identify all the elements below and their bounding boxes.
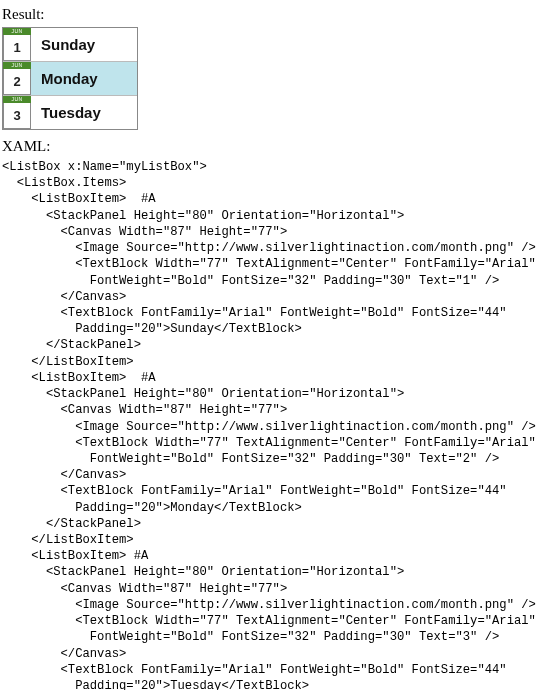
month-label: JUN: [3, 62, 31, 69]
month-label: JUN: [3, 28, 31, 35]
result-label: Result:: [2, 6, 549, 23]
day-name: Sunday: [31, 36, 95, 53]
calendar-icon: JUN1: [3, 28, 31, 61]
day-name: Monday: [31, 70, 98, 87]
listbox-item[interactable]: JUN2Monday: [3, 62, 137, 96]
calendar-listbox[interactable]: JUN1SundayJUN2MondayJUN3Tuesday: [2, 27, 138, 130]
xaml-label: XAML:: [2, 138, 549, 155]
day-name: Tuesday: [31, 104, 101, 121]
day-number: 2: [3, 69, 31, 95]
calendar-icon: JUN3: [3, 96, 31, 129]
listbox-item[interactable]: JUN1Sunday: [3, 28, 137, 62]
xaml-code-block: <ListBox x:Name="myListBox"> <ListBox.It…: [2, 159, 549, 690]
month-label: JUN: [3, 96, 31, 103]
listbox-item[interactable]: JUN3Tuesday: [3, 96, 137, 129]
day-number: 1: [3, 35, 31, 61]
calendar-icon: JUN2: [3, 62, 31, 95]
day-number: 3: [3, 103, 31, 129]
